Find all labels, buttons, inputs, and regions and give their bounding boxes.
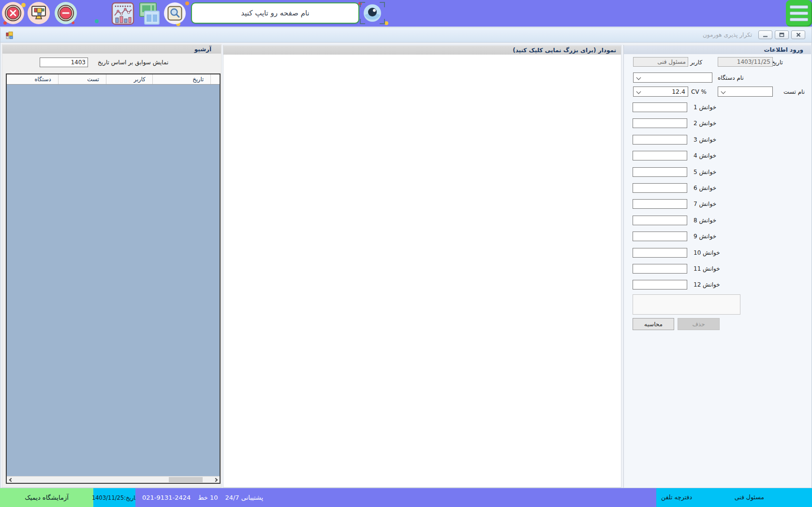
reading-row: خوانش 12 <box>633 280 720 290</box>
column-header-date[interactable]: تاریخ <box>153 74 211 84</box>
search-box <box>191 2 359 24</box>
cv-percent-value: 12.4 <box>672 88 685 95</box>
window-minimize-button[interactable] <box>758 30 772 39</box>
device-name-combobox[interactable] <box>633 72 712 83</box>
hamburger-menu-button[interactable] <box>786 0 812 27</box>
archive-year-filter-input[interactable] <box>40 58 88 67</box>
scrollbar-thumb[interactable] <box>169 477 203 482</box>
reading-label-4: خوانش 4 <box>694 152 716 159</box>
monitor-icon <box>30 5 47 21</box>
eye-icon <box>363 3 382 23</box>
minimize-glyph-icon <box>763 33 768 37</box>
chart-icon <box>111 2 134 25</box>
sparkle-dot <box>185 1 189 5</box>
user-field <box>633 57 688 67</box>
window-title: تکرار پذیری هورمون <box>703 31 752 38</box>
reading-label-6: خوانش 6 <box>694 185 716 191</box>
reading-label-2: خوانش 2 <box>694 120 716 127</box>
reading-input-10[interactable] <box>633 248 687 258</box>
archive-grid-header: دستگاه تست کاربر تاریخ <box>7 74 220 85</box>
archive-grid-hscrollbar[interactable] <box>7 476 220 483</box>
reading-label-7: خوانش 7 <box>694 201 716 207</box>
calculate-button[interactable]: محاسبه <box>633 318 674 330</box>
reading-label-3: خوانش 3 <box>694 136 716 143</box>
reading-row: خوانش 1 <box>633 102 720 112</box>
chart-canvas[interactable] <box>223 55 621 487</box>
phonebook-link[interactable]: دفترچه تلفن <box>661 493 692 501</box>
window-titlebar: تکرار پذیری هورمون <box>0 28 812 43</box>
reading-label-8: خوانش 8 <box>694 217 716 224</box>
reading-label-5: خوانش 5 <box>694 169 716 175</box>
charts-shortcut-button[interactable] <box>111 2 134 25</box>
support-label: پشتیبانی 24/7 <box>225 494 263 501</box>
status-lab-name-segment: آزمایشگاه دیمیک <box>0 488 93 507</box>
scroll-right-arrow-icon[interactable] <box>213 477 220 483</box>
eye-scan-button[interactable] <box>360 2 385 24</box>
reading-row: خوانش 7 <box>633 199 720 209</box>
lab-name: آزمایشگاه دیمیک <box>25 494 69 501</box>
hamburger-menu-icon <box>790 5 808 9</box>
column-header-test[interactable]: تست <box>59 74 107 84</box>
reading-input-2[interactable] <box>633 118 687 128</box>
reading-row: خوانش 8 <box>633 216 720 225</box>
close-app-button[interactable] <box>2 2 24 24</box>
entry-panel-title: ورود اطلاعات <box>764 46 803 53</box>
scroll-left-arrow-icon[interactable] <box>7 477 14 483</box>
maximize-glyph-icon <box>779 32 784 37</box>
reading-input-12[interactable] <box>633 280 687 290</box>
minimize-app-button[interactable] <box>55 2 77 24</box>
archive-grid-body[interactable] <box>7 85 220 476</box>
chart-panel-header: نمودار (برای بزرگ نمایی کلیک کنید) <box>223 45 621 55</box>
cv-percent-combobox[interactable]: 12.4 <box>633 87 688 97</box>
reading-input-4[interactable] <box>633 151 687 160</box>
reading-input-5[interactable] <box>633 167 687 177</box>
status-date: تاریخ:1403/11/25 <box>92 494 137 501</box>
column-header-user[interactable]: کاربر <box>106 74 153 84</box>
reading-input-7[interactable] <box>633 199 687 209</box>
user-label: کاربر <box>690 59 702 66</box>
archive-filter-label: نمایش سوابق بر اساس تاریخ <box>98 59 168 66</box>
reading-input-8[interactable] <box>633 216 687 225</box>
reading-input-11[interactable] <box>633 264 687 274</box>
status-links-segment: دفترچه تلفن مسئول فنی <box>656 488 812 507</box>
reading-row: خوانش 11 <box>633 264 720 274</box>
reading-row: خوانش 5 <box>633 167 720 177</box>
minimize-icon <box>57 4 75 22</box>
close-glyph-icon <box>796 32 801 37</box>
window-close-button[interactable] <box>791 30 805 39</box>
zoom-shortcut-button[interactable] <box>164 2 186 24</box>
reading-input-9[interactable] <box>633 232 687 241</box>
reading-label-1: خوانش 1 <box>694 104 716 111</box>
reading-row: خوانش 3 <box>633 135 720 145</box>
desktop-view-button[interactable] <box>28 2 50 24</box>
archive-panel-title: آرشیو <box>194 46 211 53</box>
date-label: تاریخ <box>771 59 783 66</box>
app-window: تکرار پذیری هورمون <box>0 27 812 488</box>
page-search-input[interactable] <box>191 2 359 24</box>
device-name-label: نام دستگاه <box>718 74 744 81</box>
test-name-combobox[interactable] <box>718 87 773 97</box>
reading-input-3[interactable] <box>633 135 687 145</box>
window-maximize-button[interactable] <box>775 30 789 39</box>
archive-panel-header: آرشیو <box>2 44 221 54</box>
reading-input-6[interactable] <box>633 183 687 193</box>
reading-input-1[interactable] <box>633 102 687 112</box>
row-header-stub <box>211 74 220 84</box>
windows-shortcut-button[interactable] <box>137 1 161 26</box>
role-link[interactable]: مسئول فنی <box>735 493 764 501</box>
reading-row: خوانش 4 <box>633 151 720 160</box>
windows-layout-icon <box>137 1 161 26</box>
column-header-device[interactable]: دستگاه <box>7 74 59 84</box>
sparkle-dot <box>384 21 388 25</box>
reading-label-12: خوانش 12 <box>694 281 720 288</box>
close-icon <box>4 4 22 22</box>
chart-panel-title: نمودار (برای بزرگ نمایی کلیک کنید) <box>513 47 616 54</box>
form-icon <box>6 31 14 39</box>
support-lines: 10 خط <box>198 494 218 501</box>
reading-label-9: خوانش 9 <box>694 233 716 240</box>
delete-button[interactable]: حذف <box>678 318 720 330</box>
reading-label-11: خوانش 11 <box>694 265 720 272</box>
result-textarea[interactable] <box>633 294 740 315</box>
sparkle-dot <box>95 19 99 23</box>
archive-grid[interactable]: دستگاه تست کاربر تاریخ <box>6 73 221 484</box>
